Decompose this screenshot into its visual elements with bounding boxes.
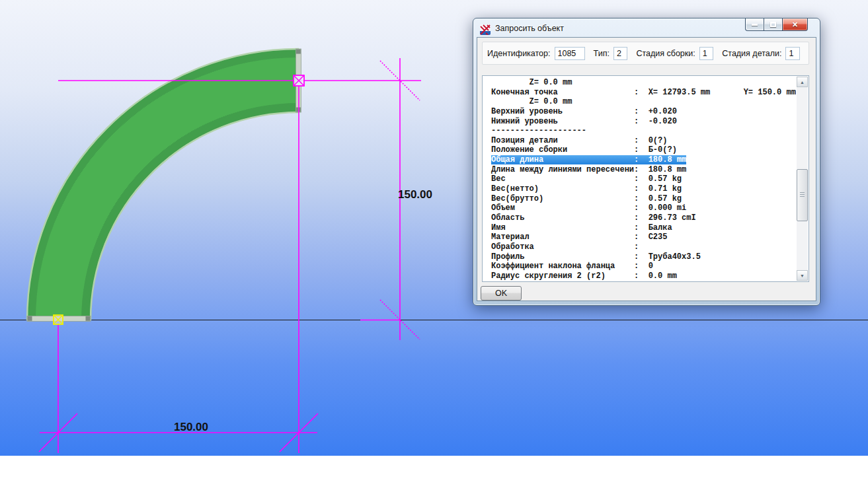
inquire-row-text: Материал : C235: [491, 232, 667, 242]
pipe-elbow[interactable]: [27, 49, 301, 322]
inquire-list-row[interactable]: Радиус скругления 2 (r2) : 0.0 mm: [491, 271, 796, 281]
header-field-label: Идентификатор:: [487, 49, 551, 58]
inquire-row-text: Вес(нетто) : 0.71 kg: [491, 184, 682, 194]
header-field-label: Тип:: [594, 49, 610, 58]
inquire-row-text: Положение сборки : Б-0(?): [491, 145, 677, 155]
dimension-label-horizontal: 150.00: [174, 421, 208, 433]
header-field-value[interactable]: 1: [699, 47, 714, 60]
minimize-button[interactable]: [745, 18, 764, 31]
window-buttons: ✕: [746, 18, 808, 31]
inquire-object-dialog: Запросить объект ✕ Идентификатор:1085Тип…: [473, 18, 820, 306]
inquire-row-text: Коэффициент наклона фланца : 0: [491, 262, 653, 271]
inquire-row-text: Конечная точка : X= 12793.5 mm Y= 150.0 …: [491, 88, 796, 97]
inquire-list-row[interactable]: Объем : 0.000 mi: [491, 203, 796, 213]
pipe-end-face-corner: [86, 316, 91, 321]
inquire-row-text: Радиус скругления 2 (r2) : 0.0 mm: [491, 271, 677, 281]
handle-end-point-top[interactable]: [294, 75, 304, 86]
inquire-row-text: Позиция детали : 0(?): [491, 136, 667, 145]
dialog-title: Запросить объект: [495, 24, 564, 33]
inquire-row-text: Вес : 0.57 kg: [491, 174, 682, 184]
inquire-list-row[interactable]: Вес(брутто) : 0.57 kg: [491, 194, 796, 204]
inquire-list-row[interactable]: Нижний уровень : -0.020: [491, 117, 796, 127]
header-field-label: Стадия детали:: [722, 49, 781, 58]
scrollbar-thumb[interactable]: [797, 169, 808, 221]
inquire-row-text: Обработка :: [491, 242, 639, 252]
scroll-up-button[interactable]: ▲: [797, 77, 808, 87]
inquire-list-row[interactable]: Обработка :: [491, 242, 796, 252]
inquire-row-text: Общая длина : 180.8 mm: [491, 155, 686, 164]
inquire-list-row-selected[interactable]: Общая длина : 180.8 mm: [491, 155, 796, 165]
header-field-value[interactable]: 2: [613, 47, 628, 60]
inquire-list-row[interactable]: Длина между линиями пересечени: 180.8 mm: [491, 165, 796, 175]
inquire-list-row[interactable]: Профиль : Труба40x3.5: [491, 252, 796, 262]
inquire-list-row[interactable]: Имя : Балка: [491, 223, 796, 233]
inquire-list-row[interactable]: --------------------: [491, 126, 796, 136]
dimension-label-vertical: 150.00: [398, 188, 432, 201]
scroll-down-button[interactable]: ▼: [797, 270, 808, 281]
maximize-button[interactable]: [764, 18, 783, 31]
close-button[interactable]: ✕: [782, 18, 808, 31]
inquire-row-text: Профиль : Труба40x3.5: [491, 252, 701, 262]
inquire-list-row[interactable]: Z= 0.0 mm: [491, 78, 796, 88]
inquire-row-text: Имя : Балка: [491, 223, 672, 232]
inquire-list-row[interactable]: Материал : C235: [491, 232, 796, 242]
pipe-end-face-corner: [28, 316, 32, 321]
inquire-rows: Z= 0.0 mmКонечная точка : X= 12793.5 mm …: [483, 78, 796, 281]
inquire-list-row[interactable]: Положение сборки : Б-0(?): [491, 145, 796, 155]
object-id-header: Идентификатор:1085Тип:2Стадия сборки:1Ст…: [482, 42, 809, 65]
inquire-list-row[interactable]: Верхний уровень : +0.020: [491, 107, 796, 117]
inquire-list-row[interactable]: Позиция детали : 0(?): [491, 136, 796, 146]
inquire-list-row[interactable]: Коэффициент наклона фланца : 0: [491, 262, 796, 271]
inquire-list-row[interactable]: Вес(нетто) : 0.71 kg: [491, 184, 796, 194]
pipe-end-face-corner: [296, 50, 301, 54]
header-field-label: Стадия сборки:: [636, 49, 695, 58]
inquire-row-text: Вес(брутто) : 0.57 kg: [491, 194, 682, 203]
inquire-row-text: Нижний уровень : -0.020: [491, 117, 677, 126]
tekla-logo-icon: [480, 24, 491, 35]
inquire-row-text: --------------------: [491, 126, 586, 135]
inquire-row-text: Объем : 0.000 mi: [491, 203, 686, 213]
inquire-row-text: Область : 296.73 cmI: [491, 213, 696, 223]
inquire-row-text: Длина между линиями пересечени: 180.8 mm: [491, 165, 686, 174]
inquire-list-row[interactable]: Z= 0.0 mm: [491, 97, 796, 107]
ok-button[interactable]: OK: [481, 286, 522, 301]
inquire-result-list[interactable]: Z= 0.0 mmКонечная точка : X= 12793.5 mm …: [482, 75, 809, 282]
minimize-icon: [752, 24, 758, 26]
inquire-row-text: Z= 0.0 mm: [491, 97, 572, 106]
dialog-client-area: Идентификатор:1085Тип:2Стадия сборки:1Ст…: [477, 37, 816, 301]
handle-start-point-bottom[interactable]: [54, 315, 63, 324]
header-field-value[interactable]: 1085: [555, 47, 585, 60]
maximize-icon: [770, 22, 776, 27]
close-icon: ✕: [792, 21, 798, 28]
inquire-row-text: Верхний уровень : +0.020: [491, 107, 677, 116]
scroll-up-icon: ▲: [800, 80, 805, 85]
vertical-scrollbar[interactable]: ▲ ▼: [797, 77, 808, 281]
dialog-titlebar[interactable]: Запросить объект ✕: [473, 18, 820, 37]
inquire-list-row[interactable]: Вес : 0.57 kg: [491, 174, 796, 184]
header-field-value[interactable]: 1: [785, 47, 800, 60]
inquire-list-row[interactable]: Область : 296.73 cmI: [491, 213, 796, 223]
scroll-down-icon: ▼: [800, 273, 805, 278]
inquire-row-text: Z= 0.0 mm: [491, 78, 572, 87]
inquire-list-row[interactable]: Конечная точка : X= 12793.5 mm Y= 150.0 …: [491, 88, 796, 98]
